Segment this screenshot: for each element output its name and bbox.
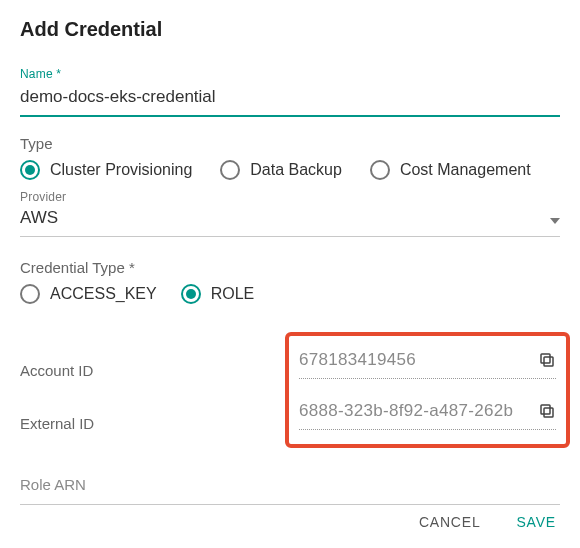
- credential-type-option-role[interactable]: ROLE: [181, 284, 255, 304]
- credential-type-label: Credential Type *: [20, 259, 560, 276]
- role-arn-label: Role ARN: [20, 476, 86, 493]
- type-option-cluster-provisioning[interactable]: Cluster Provisioning: [20, 160, 192, 180]
- name-field: Name *: [20, 67, 560, 117]
- radio-icon: [220, 160, 240, 180]
- external-id-value: 6888-323b-8f92-a487-262b: [299, 401, 528, 421]
- type-label: Type: [20, 135, 560, 152]
- radio-icon: [181, 284, 201, 304]
- credential-type-option-label: ACCESS_KEY: [50, 285, 157, 303]
- provider-label: Provider: [20, 190, 560, 204]
- svg-rect-3: [541, 405, 550, 414]
- radio-icon: [20, 160, 40, 180]
- radio-icon: [20, 284, 40, 304]
- provider-value: AWS: [20, 208, 58, 228]
- save-button[interactable]: SAVE: [512, 508, 560, 536]
- type-radio-group: Cluster Provisioning Data Backup Cost Ma…: [20, 160, 560, 180]
- svg-rect-2: [544, 408, 553, 417]
- credential-type-radio-group: ACCESS_KEY ROLE: [20, 284, 560, 304]
- name-input[interactable]: [20, 85, 560, 117]
- type-option-label: Cluster Provisioning: [50, 161, 192, 179]
- copy-icon[interactable]: [538, 351, 556, 369]
- credential-type-option-label: ROLE: [211, 285, 255, 303]
- external-id-row: 6888-323b-8f92-a487-262b: [299, 397, 556, 430]
- type-option-label: Data Backup: [250, 161, 342, 179]
- credential-type-option-access-key[interactable]: ACCESS_KEY: [20, 284, 157, 304]
- account-id-row: 678183419456: [299, 346, 556, 379]
- account-id-value: 678183419456: [299, 350, 528, 370]
- radio-icon: [370, 160, 390, 180]
- copy-icon[interactable]: [538, 402, 556, 420]
- chevron-down-icon: [550, 218, 560, 224]
- name-label: Name *: [20, 67, 560, 81]
- page-title: Add Credential: [20, 18, 560, 41]
- dialog-actions: CANCEL SAVE: [415, 508, 560, 536]
- type-option-data-backup[interactable]: Data Backup: [220, 160, 342, 180]
- external-id-label: External ID: [20, 415, 94, 432]
- type-option-label: Cost Management: [400, 161, 531, 179]
- type-option-cost-management[interactable]: Cost Management: [370, 160, 531, 180]
- svg-rect-1: [541, 354, 550, 363]
- svg-rect-0: [544, 357, 553, 366]
- cancel-button[interactable]: CANCEL: [415, 508, 485, 536]
- account-id-label: Account ID: [20, 362, 93, 379]
- role-arn-field[interactable]: Role ARN: [20, 476, 560, 505]
- highlighted-ids-callout: 678183419456 6888-323b-8f92-a487-262b: [285, 332, 570, 448]
- provider-select[interactable]: AWS: [20, 208, 560, 237]
